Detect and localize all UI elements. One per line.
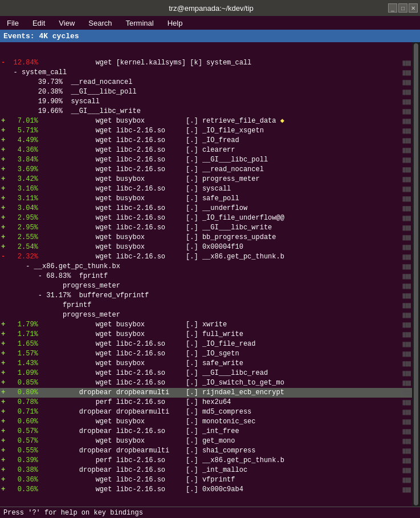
- table-row[interactable]: + 1.57% wget libc-2.16.so [.] _IO_sgetn▓…: [0, 349, 412, 359]
- table-row[interactable]: + 1.79% wget busybox [.] xwrite▓▓▓: [0, 320, 412, 330]
- table-row[interactable]: + 4.36% wget libc-2.16.so [.] clearerr▓▓…: [0, 145, 412, 155]
- table-row[interactable]: + 2.95% wget libc-2.16.so [.] _IO_file_u…: [0, 213, 412, 223]
- table-row[interactable]: + 0.57% dropbear libc-2.16.so [.] _int_f…: [0, 427, 412, 436]
- command: perf: [38, 398, 112, 406]
- table-row[interactable]: + 3.84% wget libc-2.16.so [.] __GI___lib…: [0, 155, 412, 165]
- command: dropbear: [38, 388, 112, 396]
- table-row[interactable]: + 0.36% wget libc-2.16.so [.] 0x000c9ab4…: [0, 485, 412, 495]
- shared-object: libc-2.16.so: [112, 427, 181, 435]
- table-row[interactable]: + 2.95% wget libc-2.16.so [.] __GI___lib…: [0, 223, 412, 233]
- table-row[interactable]: + 1.71% wget busybox [.] full_write▓▓▓: [0, 330, 412, 339]
- table-row[interactable]: - 12.84% wget [kernel.kallsyms] [k] syst…: [0, 58, 412, 68]
- symbol: [.] hex2u64: [182, 398, 231, 406]
- menu-bar: FileEditViewSearchTerminalHelp: [0, 16, 420, 30]
- table-row[interactable]: + 0.38% dropbear libc-2.16.so [.] _int_m…: [0, 466, 412, 475]
- symbol: [.] _IO_file_underflow@@: [182, 214, 284, 222]
- data-line: + 7.01% wget busybox [.] retrieve_file_d…: [1, 116, 403, 126]
- menu-item-file[interactable]: File: [5, 18, 21, 28]
- table-row[interactable]: + 1.09% wget libc-2.16.so [.] __GI___lib…: [0, 369, 412, 378]
- line-text: - 31.17% buffered_vfprintf: [1, 291, 403, 301]
- command: wget: [38, 224, 112, 232]
- table-row[interactable]: + 3.04% wget libc-2.16.so [.] __underflo…: [0, 204, 412, 213]
- side-indicator: ▓▓▓: [403, 301, 411, 310]
- table-row[interactable]: - 31.17% buffered_vfprintf▓▓▓: [0, 291, 412, 301]
- scrollbar[interactable]: [412, 42, 420, 507]
- data-line: + 2.54% wget busybox [.] 0x00004f10: [1, 242, 403, 252]
- percent: 5.71%: [9, 127, 38, 135]
- side-indicator: ▓▓▓: [403, 78, 411, 87]
- table-row[interactable]: + 2.55% wget busybox [.] bb_progress_upd…: [0, 233, 412, 242]
- shared-object: libc-2.16.so: [112, 340, 181, 348]
- prefix: +: [1, 127, 9, 135]
- table-row[interactable]: progress_meter▓▓▓: [0, 310, 412, 320]
- table-row[interactable]: + 0.36% wget libc-2.16.so [.] vfprintf▓▓…: [0, 475, 412, 485]
- table-row[interactable]: + 7.01% wget busybox [.] retrieve_file_d…: [0, 116, 412, 126]
- shared-object: libc-2.16.so: [112, 127, 181, 135]
- table-row[interactable]: 19.66% __GI___libc_write▓▓▓: [0, 107, 412, 116]
- table-row[interactable]: + 0.78% perf libc-2.16.so [.] hex2u64▓▓▓: [0, 398, 412, 407]
- data-line: + 0.36% wget libc-2.16.so [.] vfprintf: [1, 475, 403, 485]
- table-row[interactable]: - __x86.get_pc_thunk.bx▓▓▓: [0, 262, 412, 272]
- side-indicator: ▓▓▓: [403, 155, 411, 165]
- table-row[interactable]: + 0.71% dropbear dropbearmulti [.] md5_c…: [0, 407, 412, 417]
- table-row[interactable]: + 0.57% wget busybox [.] get_mono▓▓▓: [0, 436, 412, 446]
- table-row[interactable]: - 2.32% wget libc-2.16.so [.] __x86.get_…: [0, 252, 412, 262]
- symbol: [.] _int_malloc: [182, 466, 247, 474]
- command: dropbear: [38, 408, 112, 416]
- menu-item-view[interactable]: View: [56, 18, 77, 28]
- table-row[interactable]: + 3.11% wget busybox [.] safe_poll▓▓▓: [0, 194, 412, 204]
- symbol: [.] __x86.get_pc_thunk.b: [182, 456, 284, 464]
- close-button[interactable]: ✕: [409, 3, 418, 13]
- minimize-button[interactable]: _: [388, 3, 397, 13]
- window-controls[interactable]: _ □ ✕: [388, 3, 420, 13]
- percent: 0.78%: [9, 398, 38, 406]
- table-row[interactable]: 39.73% __read_nocancel▓▓▓: [0, 78, 412, 87]
- table-row[interactable]: fprintf▓▓▓: [0, 301, 412, 310]
- table-row[interactable]: progress_meter▓▓▓: [0, 281, 412, 291]
- table-row[interactable]: - 68.83% fprintf▓▓▓: [0, 272, 412, 281]
- scrollbar-track[interactable]: [414, 43, 418, 505]
- menu-item-terminal[interactable]: Terminal: [124, 18, 156, 28]
- prefix: +: [1, 214, 9, 222]
- table-row[interactable]: - system_call▓▓▓: [0, 68, 412, 78]
- table-row[interactable]: + 5.71% wget libc-2.16.so [.] _IO_file_x…: [0, 126, 412, 136]
- table-row[interactable]: + 0.60% wget busybox [.] monotonic_sec▓▓…: [0, 417, 412, 427]
- shared-object: libc-2.16.so: [112, 350, 181, 358]
- table-row[interactable]: 20.38% __GI___libc_poll▓▓▓: [0, 87, 412, 97]
- menu-item-edit[interactable]: Edit: [30, 18, 47, 28]
- table-row[interactable]: + 0.85% wget libc-2.16.so [.] _IO_switch…: [0, 378, 412, 388]
- table-row[interactable]: + 1.65% wget libc-2.16.so [.] _IO_file_r…: [0, 339, 412, 349]
- menu-item-search[interactable]: Search: [86, 18, 114, 28]
- maximize-button[interactable]: □: [398, 3, 407, 13]
- table-row[interactable]: + 0.55% dropbear dropbearmulti [.] sha1_…: [0, 446, 412, 456]
- shared-object: libc-2.16.so: [112, 456, 181, 464]
- percent: 0.39%: [9, 456, 38, 464]
- line-text: fprintf: [1, 301, 403, 310]
- side-indicator: ▓▓▓: [403, 165, 411, 175]
- data-line: + 1.71% wget busybox [.] full_write: [1, 330, 403, 339]
- table-row[interactable]: + 0.80% dropbear dropbearmulti [.] rijnd…: [0, 388, 412, 398]
- side-indicator: ▓▓▓: [403, 68, 411, 78]
- table-row[interactable]: + 4.49% wget libc-2.16.so [.] _IO_fread▓…: [0, 136, 412, 145]
- side-indicator: ▓▓▓: [403, 194, 411, 204]
- table-row[interactable]: + 2.54% wget busybox [.] 0x00004f10▓▓▓: [0, 242, 412, 252]
- side-indicator: ▓▓▓: [403, 204, 411, 213]
- symbol: [.] rijndael_ecb_encrypt: [182, 388, 284, 396]
- data-line: + 3.84% wget libc-2.16.so [.] __GI___lib…: [1, 155, 403, 165]
- side-indicator: ▓▓▓: [403, 136, 411, 145]
- table-row[interactable]: + 0.39% perf libc-2.16.so [.] __x86.get_…: [0, 456, 412, 466]
- percent: 1.71%: [9, 330, 38, 338]
- side-indicator: ▓▓▓: [403, 213, 411, 223]
- table-row[interactable]: 19.90% syscall▓▓▓: [0, 97, 412, 107]
- symbol: [.] xwrite: [182, 321, 227, 329]
- table-row[interactable]: + 3.42% wget busybox [.] progress_meter▓…: [0, 175, 412, 184]
- menu-item-help[interactable]: Help: [165, 18, 185, 28]
- table-row[interactable]: + 3.69% wget libc-2.16.so [.] __read_noc…: [0, 165, 412, 175]
- command: wget: [38, 117, 112, 125]
- table-row[interactable]: + 1.43% wget busybox [.] safe_write▓▓▓: [0, 359, 412, 369]
- table-row[interactable]: + 3.16% wget libc-2.16.so [.] syscall▓▓▓: [0, 184, 412, 194]
- percent: 0.60%: [9, 418, 38, 426]
- command: wget: [38, 321, 112, 329]
- side-indicator: ▓▓▓: [403, 417, 411, 427]
- percent: 2.95%: [9, 214, 38, 222]
